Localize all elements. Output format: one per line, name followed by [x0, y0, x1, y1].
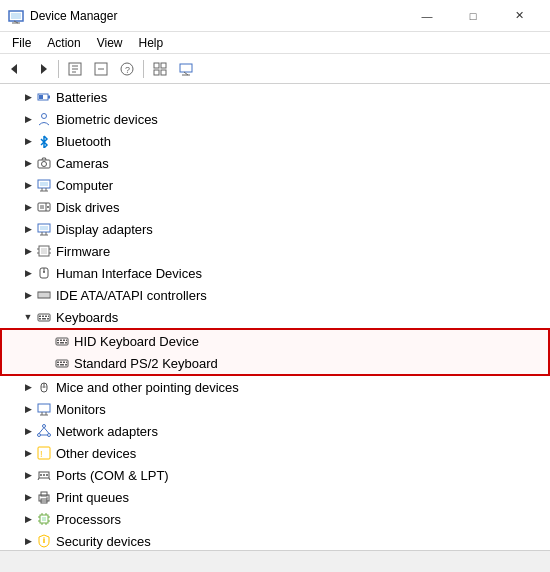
tree-item-biometric[interactable]: ▶ Biometric devices: [0, 108, 550, 130]
menu-view[interactable]: View: [89, 34, 131, 52]
expand-bluetooth[interactable]: ▶: [20, 133, 36, 149]
tree-item-hid[interactable]: ▶ Human Interface Devices: [0, 262, 550, 284]
close-button[interactable]: ✕: [496, 0, 542, 32]
svg-text:?: ?: [125, 65, 130, 75]
svg-rect-77: [57, 364, 59, 366]
hid-icon: [36, 265, 52, 281]
view-button[interactable]: [148, 57, 172, 81]
monitor-button[interactable]: [174, 57, 198, 81]
svg-point-26: [42, 162, 47, 167]
expand-cameras[interactable]: ▶: [20, 155, 36, 171]
svg-rect-83: [38, 404, 50, 412]
expand-ports[interactable]: ▶: [20, 467, 36, 483]
expand-batteries[interactable]: ▶: [20, 89, 36, 105]
battery-icon: [36, 89, 52, 105]
maximize-button[interactable]: □: [450, 0, 496, 32]
svg-rect-64: [56, 338, 68, 345]
minimize-button[interactable]: —: [404, 0, 450, 32]
tree-item-diskdrives[interactable]: ▶ Disk drives: [0, 196, 550, 218]
tree-item-processors[interactable]: ▶ Processors: [0, 508, 550, 530]
expand-hid[interactable]: ▶: [20, 265, 36, 281]
svg-rect-74: [60, 362, 62, 364]
status-bar: [0, 550, 550, 572]
properties-button[interactable]: [63, 57, 87, 81]
expand-mice[interactable]: ▶: [20, 379, 36, 395]
svg-rect-15: [161, 63, 166, 68]
menu-bar: File Action View Help: [0, 32, 550, 54]
tree-label-computer: Computer: [56, 178, 113, 193]
tree-item-bluetooth[interactable]: ▶ Bluetooth: [0, 130, 550, 152]
expand-security[interactable]: ▶: [20, 533, 36, 549]
tree-item-batteries[interactable]: ▶ Batteries: [0, 86, 550, 108]
svg-rect-61: [39, 318, 41, 320]
menu-action[interactable]: Action: [39, 34, 88, 52]
tree-label-processors: Processors: [56, 512, 121, 527]
tree-label-other: Other devices: [56, 446, 136, 461]
expand-monitors[interactable]: ▶: [20, 401, 36, 417]
tree-item-keyboards[interactable]: ▼ Keyboards: [0, 306, 550, 328]
keyboard-highlight-box: ▶ HID Keyboard Device: [0, 328, 550, 376]
svg-point-24: [42, 114, 47, 119]
back-button[interactable]: [4, 57, 28, 81]
tree-item-printqueues[interactable]: ▶ Print queues: [0, 486, 550, 508]
svg-marker-5: [41, 64, 47, 74]
tree-item-security[interactable]: ▶ Security devices: [0, 530, 550, 550]
ports-icon: [36, 467, 52, 483]
expand-keyboards[interactable]: ▼: [20, 309, 36, 325]
tree-item-ide[interactable]: ▶ IDE ATA/ATAPI controllers: [0, 284, 550, 306]
svg-rect-62: [42, 318, 46, 320]
expand-ide[interactable]: ▶: [20, 287, 36, 303]
expand-diskdrives[interactable]: ▶: [20, 199, 36, 215]
expand-processors[interactable]: ▶: [20, 511, 36, 527]
tree-label-ps2-keyboard: Standard PS/2 Keyboard: [74, 356, 218, 371]
tree-item-display[interactable]: ▶ Display adapters: [0, 218, 550, 240]
menu-help[interactable]: Help: [131, 34, 172, 52]
hid-keyboard-icon: [54, 333, 70, 349]
tree-item-computer[interactable]: ▶ Computer: [0, 174, 550, 196]
tree-item-network[interactable]: ▶ Network adapters: [0, 420, 550, 442]
expand-biometric[interactable]: ▶: [20, 111, 36, 127]
toolbar-sep-2: [143, 60, 144, 78]
svg-rect-63: [47, 318, 49, 320]
svg-rect-28: [40, 182, 48, 186]
expand-computer[interactable]: ▶: [20, 177, 36, 193]
svg-rect-66: [60, 340, 62, 342]
tree-label-display: Display adapters: [56, 222, 153, 237]
tree-item-hid-keyboard[interactable]: ▶ HID Keyboard Device: [2, 330, 548, 352]
tree-label-ports: Ports (COM & LPT): [56, 468, 169, 483]
tree-label-batteries: Batteries: [56, 90, 107, 105]
expand-display[interactable]: ▶: [20, 221, 36, 237]
svg-rect-40: [40, 226, 48, 230]
help-button[interactable]: ?: [115, 57, 139, 81]
expand-firmware[interactable]: ▶: [20, 243, 36, 259]
device-tree[interactable]: ▶ Batteries ▶ Biometric devices: [0, 84, 550, 550]
tree-item-ps2-keyboard[interactable]: ▶ Standard PS/2 Keyboard: [2, 352, 548, 374]
tree-item-ports[interactable]: ▶ Ports (COM & LPT): [0, 464, 550, 486]
tree-label-hid-keyboard: HID Keyboard Device: [74, 334, 199, 349]
tree-item-firmware[interactable]: ▶ Firmware: [0, 240, 550, 262]
expand-network[interactable]: ▶: [20, 423, 36, 439]
main-content: ▶ Batteries ▶ Biometric devices: [0, 84, 550, 550]
tree-label-keyboards: Keyboards: [56, 310, 118, 325]
svg-point-104: [46, 497, 48, 499]
toolbar-sep-1: [58, 60, 59, 78]
window-controls: — □ ✕: [404, 0, 542, 32]
svg-point-98: [46, 474, 48, 476]
tree-item-monitors[interactable]: ▶ Monitors: [0, 398, 550, 420]
svg-rect-17: [161, 70, 166, 75]
tree-label-cameras: Cameras: [56, 156, 109, 171]
svg-rect-79: [65, 364, 67, 366]
forward-button[interactable]: [30, 57, 54, 81]
tree-item-cameras[interactable]: ▶ Cameras: [0, 152, 550, 174]
svg-line-100: [49, 478, 50, 480]
svg-line-91: [44, 428, 49, 434]
collapse-button[interactable]: [89, 57, 113, 81]
expand-other[interactable]: ▶: [20, 445, 36, 461]
tree-item-other[interactable]: ▶ ! Other devices: [0, 442, 550, 464]
firmware-icon: [36, 243, 52, 259]
menu-file[interactable]: File: [4, 34, 39, 52]
tree-item-mice[interactable]: ▶ Mice and other pointing devices: [0, 376, 550, 398]
expand-printqueues[interactable]: ▶: [20, 489, 36, 505]
app-icon: [8, 8, 24, 24]
svg-rect-1: [11, 13, 21, 19]
